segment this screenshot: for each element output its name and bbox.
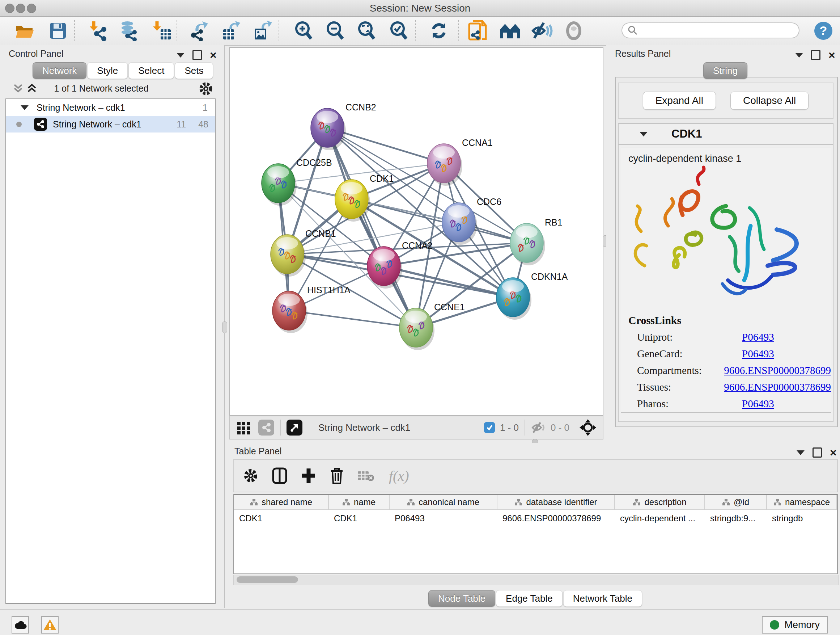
table-cell[interactable]: CDK1: [234, 510, 329, 527]
tab-select[interactable]: Select: [128, 62, 174, 79]
search-input[interactable]: [622, 22, 799, 38]
save-session-button[interactable]: [46, 19, 69, 42]
plus-icon: [302, 469, 315, 483]
column-header-namespace[interactable]: namespace: [767, 495, 837, 509]
table-cell[interactable]: cyclin-dependent ...: [615, 510, 705, 527]
warnings-button[interactable]: [41, 616, 58, 633]
open-session-button[interactable]: [13, 19, 36, 42]
import-table-button[interactable]: [150, 19, 173, 42]
tab-network-table[interactable]: Network Table: [563, 590, 642, 607]
crosslink-link[interactable]: 9606.ENSP00000378699: [724, 364, 831, 377]
table-row[interactable]: CDK1CDK1P064939606.ENSP00000378699cyclin…: [234, 510, 837, 527]
crosslink-link[interactable]: 9606.ENSP00000378699: [724, 381, 831, 393]
tab-style[interactable]: Style: [87, 62, 128, 79]
import-network-from-database-button[interactable]: [117, 19, 140, 42]
collapse-all-button[interactable]: Collapse All: [730, 92, 808, 110]
node-entry-header[interactable]: CDK1: [619, 124, 833, 145]
network-row[interactable]: String Network – cdk1 11 48: [6, 116, 215, 133]
panel-close-button[interactable]: ×: [829, 51, 835, 59]
panel-close-button[interactable]: ×: [210, 51, 217, 59]
cloud-status-button[interactable]: [11, 616, 29, 633]
expand-all-button[interactable]: Expand All: [643, 92, 716, 110]
export-network-button[interactable]: [188, 19, 211, 42]
node-CCNE1[interactable]: CCNE1: [399, 302, 465, 350]
network-view-button[interactable]: [258, 420, 274, 435]
selected-indicator-checkbox[interactable]: [484, 422, 495, 433]
column-header-canonical-name[interactable]: canonical name: [390, 495, 497, 509]
delete-column-button[interactable]: [330, 467, 344, 485]
node-RB1[interactable]: RB1: [510, 217, 562, 265]
scrollbar-thumb[interactable]: [237, 576, 298, 583]
grid-view-button[interactable]: [237, 420, 251, 435]
help-button[interactable]: ?: [812, 19, 835, 42]
table-cell[interactable]: 9606.ENSP00000378699: [497, 510, 615, 527]
detach-view-button[interactable]: [286, 420, 302, 435]
table-glyph: [223, 29, 234, 40]
annotations-button[interactable]: [467, 19, 490, 42]
import-network-button[interactable]: [87, 19, 110, 42]
entry-collapse-caret[interactable]: [639, 132, 647, 136]
show-graphics-button[interactable]: [562, 19, 585, 42]
table-cell[interactable]: P06493: [390, 510, 497, 527]
crosslink-label: Pharos:: [637, 398, 742, 410]
tab-edge-table[interactable]: Edge Table: [496, 590, 562, 607]
crosslink-link[interactable]: P06493: [742, 348, 774, 360]
export-arrow-icon: [229, 21, 240, 30]
tab-sets[interactable]: Sets: [175, 62, 213, 79]
crosslink-row: Pharos:P06493: [637, 398, 831, 410]
tab-network[interactable]: Network: [33, 62, 87, 79]
create-column-button[interactable]: [301, 467, 317, 485]
gene-name: CDK1: [671, 127, 702, 141]
zoom-selected-button[interactable]: [387, 19, 411, 42]
column-header-shared-name[interactable]: shared name: [234, 495, 329, 509]
panel-maximize-button[interactable]: [811, 50, 821, 60]
crosslink-link[interactable]: P06493: [742, 331, 774, 343]
tab-string[interactable]: String: [703, 62, 747, 79]
crosslink-row: Tissues:9606.ENSP00000378699: [637, 381, 831, 393]
tab-node-table[interactable]: Node Table: [428, 590, 495, 607]
column-header-name[interactable]: name: [329, 495, 390, 509]
export-table-button[interactable]: [219, 19, 242, 42]
column-header-description[interactable]: description: [615, 495, 705, 509]
title-bar: Session: New Session: [0, 0, 840, 17]
zoom-fit-button[interactable]: [355, 19, 378, 42]
panel-float-button[interactable]: [797, 450, 805, 455]
refresh-button[interactable]: [427, 19, 450, 42]
collection-expand-caret[interactable]: [21, 105, 28, 110]
grid-icon: [237, 422, 250, 434]
delete-table-icon: [358, 471, 374, 481]
network-canvas[interactable]: CCNB2CCNA1CDC25BCDK1CDC6RB1CCNB1CCNA2CDK…: [229, 47, 603, 416]
node-HIST1H1A[interactable]: HIST1H1A: [272, 285, 351, 333]
panel-close-button[interactable]: ×: [830, 448, 837, 456]
node-CDC6[interactable]: CDC6: [442, 196, 501, 245]
zoom-out-button[interactable]: [324, 19, 347, 42]
panel-maximize-button[interactable]: [193, 50, 202, 60]
table-options-button[interactable]: [243, 468, 259, 484]
network-panel-options-button[interactable]: [198, 81, 213, 96]
crosslink-link[interactable]: P06493: [742, 398, 774, 410]
left-splitter-handle[interactable]: [222, 321, 227, 333]
network-edge-count: 48: [198, 119, 208, 130]
memory-button[interactable]: Memory: [762, 616, 828, 633]
node-CDKN1A[interactable]: CDKN1A: [496, 272, 568, 320]
export-image-button[interactable]: [250, 19, 273, 42]
table-cell[interactable]: stringdb:9...: [705, 510, 767, 527]
zoom-in-button[interactable]: [292, 19, 316, 42]
column-header-database-identifier[interactable]: database identifier: [497, 495, 615, 509]
fit-selected-button[interactable]: [579, 418, 597, 437]
panel-float-button[interactable]: [795, 53, 803, 57]
hide-graphics-button[interactable]: [531, 19, 554, 42]
table-cell[interactable]: stringdb: [767, 510, 837, 527]
network-collection-row[interactable]: String Network – cdk1 1: [6, 99, 215, 116]
table-toolbar: f(x): [233, 459, 838, 492]
column-header-@id[interactable]: @id: [705, 495, 767, 509]
panel-maximize-button[interactable]: [813, 448, 822, 458]
cybrowser-home-button[interactable]: [499, 19, 522, 42]
hierarchy-icon: [250, 499, 258, 506]
panel-float-button[interactable]: [177, 53, 185, 57]
delete-table-button[interactable]: [357, 469, 376, 483]
table-horizontal-scrollbar[interactable]: [233, 575, 838, 585]
table-cell[interactable]: CDK1: [329, 510, 390, 527]
show-columns-button[interactable]: [272, 467, 287, 485]
function-builder-button[interactable]: f(x): [389, 467, 409, 485]
